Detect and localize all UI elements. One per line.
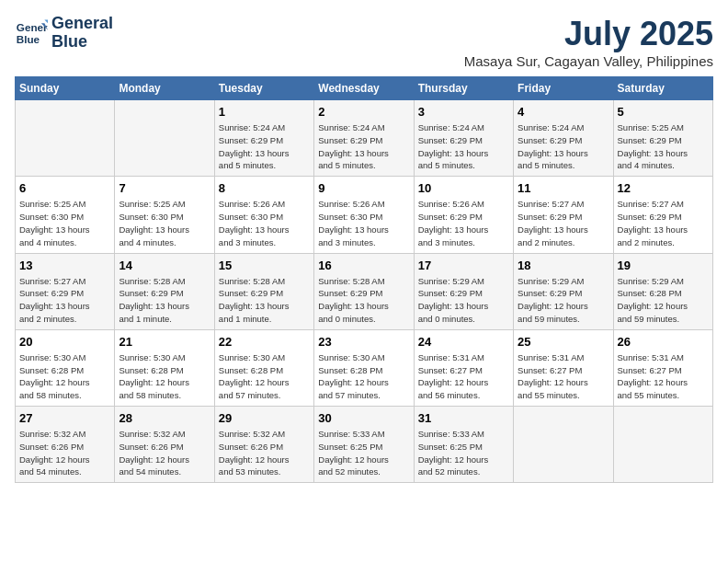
calendar-cell: 14Sunrise: 5:28 AM Sunset: 6:29 PM Dayli… xyxy=(115,253,214,329)
day-info: Sunrise: 5:32 AM Sunset: 6:26 PM Dayligh… xyxy=(219,428,310,478)
calendar-cell: 3Sunrise: 5:24 AM Sunset: 6:29 PM Daylig… xyxy=(414,100,513,177)
day-number: 16 xyxy=(318,258,409,274)
svg-text:General: General xyxy=(17,21,48,33)
day-header-wednesday: Wednesday xyxy=(314,77,414,100)
calendar-cell: 16Sunrise: 5:28 AM Sunset: 6:29 PM Dayli… xyxy=(314,253,414,329)
day-info: Sunrise: 5:26 AM Sunset: 6:30 PM Dayligh… xyxy=(219,198,310,248)
day-info: Sunrise: 5:25 AM Sunset: 6:29 PM Dayligh… xyxy=(618,121,709,172)
day-info: Sunrise: 5:28 AM Sunset: 6:29 PM Dayligh… xyxy=(119,275,210,326)
calendar-cell: 23Sunrise: 5:30 AM Sunset: 6:28 PM Dayli… xyxy=(314,329,414,406)
day-number: 15 xyxy=(219,258,310,274)
day-number: 10 xyxy=(418,180,509,197)
day-info: Sunrise: 5:27 AM Sunset: 6:29 PM Dayligh… xyxy=(19,275,110,326)
day-header-friday: Friday xyxy=(514,77,613,100)
day-info: Sunrise: 5:31 AM Sunset: 6:27 PM Dayligh… xyxy=(418,351,509,402)
day-info: Sunrise: 5:30 AM Sunset: 6:28 PM Dayligh… xyxy=(119,351,210,402)
calendar-cell: 2Sunrise: 5:24 AM Sunset: 6:29 PM Daylig… xyxy=(314,100,414,177)
logo-text: General Blue xyxy=(51,15,113,52)
day-info: Sunrise: 5:33 AM Sunset: 6:25 PM Dayligh… xyxy=(318,428,409,478)
day-number: 8 xyxy=(219,180,310,197)
day-number: 27 xyxy=(19,410,110,427)
day-number: 5 xyxy=(618,104,709,121)
calendar-cell: 7Sunrise: 5:25 AM Sunset: 6:30 PM Daylig… xyxy=(115,177,214,253)
calendar-cell: 28Sunrise: 5:32 AM Sunset: 6:26 PM Dayli… xyxy=(115,407,214,483)
calendar-cell: 1Sunrise: 5:24 AM Sunset: 6:29 PM Daylig… xyxy=(214,100,313,177)
calendar-cell: 19Sunrise: 5:29 AM Sunset: 6:28 PM Dayli… xyxy=(613,253,712,329)
location-title: Masaya Sur, Cagayan Valley, Philippines xyxy=(464,53,713,69)
day-number: 14 xyxy=(119,258,210,274)
page-header: General Blue General Blue July 2025 Masa… xyxy=(15,15,713,69)
day-info: Sunrise: 5:29 AM Sunset: 6:29 PM Dayligh… xyxy=(418,275,509,326)
day-number: 23 xyxy=(318,334,409,350)
day-number: 21 xyxy=(119,334,210,350)
day-number: 26 xyxy=(618,334,709,350)
day-number: 2 xyxy=(318,104,409,121)
calendar-week-5: 27Sunrise: 5:32 AM Sunset: 6:26 PM Dayli… xyxy=(16,407,713,483)
calendar-cell: 5Sunrise: 5:25 AM Sunset: 6:29 PM Daylig… xyxy=(613,100,712,177)
calendar-cell: 10Sunrise: 5:26 AM Sunset: 6:29 PM Dayli… xyxy=(414,177,513,253)
calendar-week-1: 1Sunrise: 5:24 AM Sunset: 6:29 PM Daylig… xyxy=(16,100,713,177)
day-number: 17 xyxy=(418,258,509,274)
day-number: 18 xyxy=(518,258,609,274)
day-header-saturday: Saturday xyxy=(613,77,712,100)
logo: General Blue General Blue xyxy=(15,15,113,52)
calendar-cell: 20Sunrise: 5:30 AM Sunset: 6:28 PM Dayli… xyxy=(16,329,115,406)
day-info: Sunrise: 5:31 AM Sunset: 6:27 PM Dayligh… xyxy=(518,351,609,402)
day-info: Sunrise: 5:24 AM Sunset: 6:29 PM Dayligh… xyxy=(418,121,509,172)
day-header-sunday: Sunday xyxy=(16,77,115,100)
calendar-cell: 26Sunrise: 5:31 AM Sunset: 6:27 PM Dayli… xyxy=(613,329,712,406)
calendar-cell: 8Sunrise: 5:26 AM Sunset: 6:30 PM Daylig… xyxy=(214,177,313,253)
calendar-cell: 11Sunrise: 5:27 AM Sunset: 6:29 PM Dayli… xyxy=(514,177,613,253)
calendar-cell: 29Sunrise: 5:32 AM Sunset: 6:26 PM Dayli… xyxy=(214,407,313,483)
svg-text:Blue: Blue xyxy=(17,33,40,45)
calendar-cell: 24Sunrise: 5:31 AM Sunset: 6:27 PM Dayli… xyxy=(414,329,513,406)
day-info: Sunrise: 5:24 AM Sunset: 6:29 PM Dayligh… xyxy=(318,121,409,172)
calendar-cell xyxy=(514,407,613,483)
day-info: Sunrise: 5:32 AM Sunset: 6:26 PM Dayligh… xyxy=(119,428,210,478)
day-number: 9 xyxy=(318,180,409,197)
day-info: Sunrise: 5:24 AM Sunset: 6:29 PM Dayligh… xyxy=(219,121,310,172)
calendar-cell: 17Sunrise: 5:29 AM Sunset: 6:29 PM Dayli… xyxy=(414,253,513,329)
day-info: Sunrise: 5:28 AM Sunset: 6:29 PM Dayligh… xyxy=(219,275,310,326)
calendar-header-row: SundayMondayTuesdayWednesdayThursdayFrid… xyxy=(16,77,713,100)
day-number: 29 xyxy=(219,410,310,427)
day-number: 3 xyxy=(418,104,509,121)
day-number: 12 xyxy=(618,180,709,197)
day-info: Sunrise: 5:26 AM Sunset: 6:30 PM Dayligh… xyxy=(318,198,409,248)
calendar-cell: 4Sunrise: 5:24 AM Sunset: 6:29 PM Daylig… xyxy=(514,100,613,177)
calendar-cell: 12Sunrise: 5:27 AM Sunset: 6:29 PM Dayli… xyxy=(613,177,712,253)
calendar-cell: 6Sunrise: 5:25 AM Sunset: 6:30 PM Daylig… xyxy=(16,177,115,253)
calendar-week-3: 13Sunrise: 5:27 AM Sunset: 6:29 PM Dayli… xyxy=(16,253,713,329)
month-title: July 2025 xyxy=(464,15,713,53)
day-info: Sunrise: 5:30 AM Sunset: 6:28 PM Dayligh… xyxy=(19,351,110,402)
day-number: 6 xyxy=(19,180,110,197)
calendar-cell xyxy=(115,100,214,177)
day-info: Sunrise: 5:30 AM Sunset: 6:28 PM Dayligh… xyxy=(219,351,310,402)
calendar-cell: 13Sunrise: 5:27 AM Sunset: 6:29 PM Dayli… xyxy=(16,253,115,329)
calendar-table: SundayMondayTuesdayWednesdayThursdayFrid… xyxy=(15,76,713,483)
calendar-cell xyxy=(16,100,115,177)
day-number: 4 xyxy=(518,104,609,121)
day-number: 30 xyxy=(318,410,409,427)
day-info: Sunrise: 5:24 AM Sunset: 6:29 PM Dayligh… xyxy=(518,121,609,172)
day-number: 20 xyxy=(19,334,110,350)
day-number: 11 xyxy=(518,180,609,197)
day-info: Sunrise: 5:26 AM Sunset: 6:29 PM Dayligh… xyxy=(418,198,509,248)
calendar-week-4: 20Sunrise: 5:30 AM Sunset: 6:28 PM Dayli… xyxy=(16,329,713,406)
day-info: Sunrise: 5:28 AM Sunset: 6:29 PM Dayligh… xyxy=(318,275,409,326)
day-header-monday: Monday xyxy=(115,77,214,100)
calendar-cell: 21Sunrise: 5:30 AM Sunset: 6:28 PM Dayli… xyxy=(115,329,214,406)
day-info: Sunrise: 5:32 AM Sunset: 6:26 PM Dayligh… xyxy=(19,428,110,478)
day-number: 1 xyxy=(219,104,310,121)
day-info: Sunrise: 5:33 AM Sunset: 6:25 PM Dayligh… xyxy=(418,428,509,478)
day-info: Sunrise: 5:25 AM Sunset: 6:30 PM Dayligh… xyxy=(19,198,110,248)
day-info: Sunrise: 5:29 AM Sunset: 6:28 PM Dayligh… xyxy=(618,275,709,326)
calendar-cell: 9Sunrise: 5:26 AM Sunset: 6:30 PM Daylig… xyxy=(314,177,414,253)
day-number: 7 xyxy=(119,180,210,197)
day-number: 28 xyxy=(119,410,210,427)
calendar-cell: 18Sunrise: 5:29 AM Sunset: 6:29 PM Dayli… xyxy=(514,253,613,329)
day-info: Sunrise: 5:30 AM Sunset: 6:28 PM Dayligh… xyxy=(318,351,409,402)
day-number: 22 xyxy=(219,334,310,350)
day-number: 13 xyxy=(19,258,110,274)
day-number: 24 xyxy=(418,334,509,350)
